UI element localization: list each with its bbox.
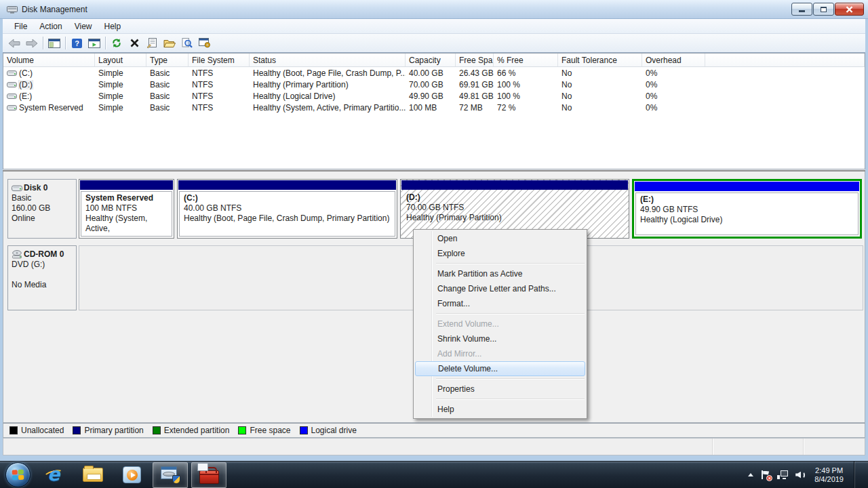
volume-row-system-reserved[interactable]: System Reserved Simple Basic NTFS Health… (3, 102, 865, 113)
volume-row-e[interactable]: (E:) Simple Basic NTFS Healthy (Logical … (3, 90, 865, 102)
menu-action[interactable]: Action (33, 20, 68, 33)
cell-status: Healthy (Boot, Page File, Crash Dump, P.… (250, 68, 406, 78)
column-header-volume[interactable]: Volume (3, 54, 95, 66)
column-header-freespace[interactable]: Free Spa... (456, 54, 494, 66)
menu-view[interactable]: View (68, 20, 98, 33)
cell-overhead: 0% (642, 80, 705, 89)
cell-filesystem: NTFS (189, 80, 250, 89)
volume-row-c[interactable]: (C:) Simple Basic NTFS Healthy (Boot, Pa… (3, 67, 865, 79)
taskbar-internet-explorer[interactable]: e (37, 462, 72, 488)
cell-filesystem: NTFS (189, 92, 250, 101)
volume-row-d[interactable]: (D:) Simple Basic NTFS Healthy (Primary … (3, 79, 865, 90)
title-bar[interactable]: Disk Management (0, 0, 868, 19)
close-button[interactable] (835, 3, 864, 16)
column-header-status[interactable]: Status (250, 54, 406, 66)
help-icon[interactable]: ? (68, 35, 85, 51)
toolbar: ? (3, 34, 865, 53)
menu-help[interactable]: Help (98, 20, 127, 33)
column-header-capacity[interactable]: Capacity (406, 54, 456, 66)
show-console-tree-icon[interactable] (45, 35, 63, 51)
properties-icon[interactable] (143, 35, 161, 51)
partition-status: Healthy (Logical Drive) (640, 215, 854, 225)
partition-status: Healthy (System, Active, (85, 214, 167, 234)
menu-item-open[interactable]: Open (415, 231, 585, 246)
cell-faulttolerance: No (558, 92, 642, 101)
menu-item-delete-volume[interactable]: Delete Volume... (415, 361, 585, 376)
column-header-faulttolerance[interactable]: Fault Tolerance (558, 54, 642, 66)
taskbar-windows-explorer[interactable] (75, 462, 111, 488)
cdrom-name: CD-ROM 0 (24, 249, 64, 260)
manage-snapin-icon[interactable] (196, 35, 214, 51)
cdrom-icon (12, 250, 22, 259)
cell-volume: (C:) (19, 68, 33, 78)
partition-size: 40.00 GB NTFS (184, 203, 391, 214)
partition-size: 70.00 GB NTFS (406, 203, 623, 213)
cell-pctfree: 100 % (494, 92, 558, 101)
cell-type: Basic (146, 68, 189, 78)
tray-clock[interactable]: 2:49 PM 8/4/2019 (813, 466, 844, 484)
column-header-pctfree[interactable]: % Free (494, 54, 558, 66)
disk0-type: Basic (12, 193, 73, 203)
menu-item-shrink-volume[interactable]: Shrink Volume... (415, 331, 585, 346)
partition-size: 49.90 GB NTFS (640, 205, 854, 215)
toolbox-icon (199, 470, 219, 484)
partition-status: Healthy (Primary Partition) (406, 213, 623, 223)
partition-c[interactable]: (C:) 40.00 GB NTFS Healthy (Boot, Page F… (177, 179, 397, 239)
open-file-icon[interactable] (161, 35, 178, 51)
cell-status: Healthy (Logical Drive) (250, 92, 406, 101)
column-header-overhead[interactable]: Overhead (642, 54, 705, 66)
back-icon[interactable] (5, 35, 23, 51)
menu-item-add-mirror: Add Mirror... (415, 346, 585, 361)
action-center-flag-icon[interactable]: × (761, 470, 770, 480)
legend-label: Logical drive (311, 426, 357, 435)
desktop: Disk Management File Action View Help (0, 0, 868, 488)
disk0-header[interactable]: Disk 0 Basic 160.00 GB Online (7, 179, 77, 239)
disk0-name: Disk 0 (24, 183, 47, 193)
cdrom-header[interactable]: CD-ROM 0 DVD (G:) No Media (7, 245, 77, 310)
menu-item-change-drive-letter[interactable]: Change Drive Letter and Paths... (415, 281, 585, 296)
system-tray: × 2:49 PM 8/4/2019 (748, 462, 868, 488)
partition-system-reserved[interactable]: System Reserved 100 MB NTFS Healthy (Sys… (79, 179, 174, 239)
logical-drive-bar (635, 182, 859, 191)
menu-separator (436, 263, 585, 264)
maximize-icon (821, 7, 827, 12)
start-button[interactable] (5, 462, 31, 487)
column-header-layout[interactable]: Layout (95, 54, 146, 66)
maximize-button[interactable] (813, 3, 834, 16)
window-title: Disk Management (22, 5, 87, 14)
status-bar-section (803, 439, 865, 455)
cdrom-status: No Media (12, 280, 73, 290)
cell-faulttolerance: No (558, 80, 642, 89)
refresh-icon[interactable] (108, 35, 125, 51)
logical-drive-swatch-icon (300, 426, 308, 434)
column-header-filesystem[interactable]: File System (189, 54, 250, 66)
network-icon[interactable] (777, 470, 788, 479)
column-header-type[interactable]: Type (146, 54, 189, 66)
minimize-button[interactable] (791, 3, 812, 16)
clock-time: 2:49 PM (814, 466, 844, 475)
folder-icon (83, 468, 103, 482)
partition-e-logical[interactable]: (E:) 49.90 GB NTFS Healthy (Logical Driv… (632, 179, 862, 239)
menu-item-extend-volume: Extend Volume... (415, 317, 585, 331)
volume-icon[interactable] (795, 471, 806, 479)
menu-item-help[interactable]: Help (415, 402, 585, 417)
menu-item-format[interactable]: Format... (415, 296, 585, 311)
menu-item-explore[interactable]: Explore (415, 246, 585, 261)
show-hidden-icons-icon[interactable] (748, 473, 753, 476)
taskbar-media-player[interactable] (114, 462, 149, 488)
cell-filesystem: NTFS (189, 103, 250, 113)
taskbar-toolbox[interactable] (191, 462, 226, 488)
menu-item-properties[interactable]: Properties (415, 382, 585, 396)
forward-icon[interactable] (23, 35, 41, 51)
find-icon[interactable] (178, 35, 196, 51)
partition-name: System Reserved (85, 193, 167, 203)
show-desktop-button[interactable] (854, 462, 860, 488)
drive-icon (7, 104, 17, 111)
legend-unallocated: Unallocated (9, 426, 64, 435)
cell-volume: (E:) (19, 92, 32, 101)
delete-icon[interactable] (125, 35, 143, 51)
menu-file[interactable]: File (8, 20, 33, 33)
menu-item-mark-partition-active[interactable]: Mark Partition as Active (415, 266, 585, 281)
show-action-pane-icon[interactable] (85, 35, 103, 51)
taskbar-disk-management[interactable] (153, 462, 188, 488)
